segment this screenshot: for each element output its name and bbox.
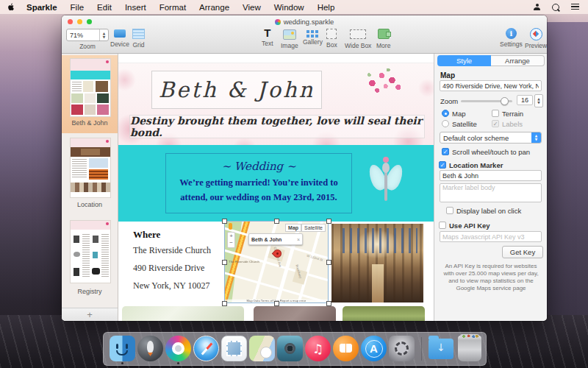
wedding-text-box[interactable]: ~ Wedding ~ We’re getting married! You’r… [165,153,352,213]
menu-item-sparkle[interactable]: Sparkle [20,3,64,12]
flower-bouquet-image[interactable] [365,66,403,97]
color-scheme-dropdown[interactable]: Default color scheme ▲▼ [440,132,542,144]
google-map-element[interactable]: Claremont Ave Broadway W 122nd St The Ri… [225,222,328,302]
map-pegman-icon[interactable] [229,223,232,230]
map-address-field[interactable] [440,80,542,91]
image-tool[interactable]: Image [281,29,298,49]
dock-icon-maps[interactable] [249,336,275,361]
dock-icon-launchpad[interactable] [137,336,163,361]
wedding-line1: We’re getting married! You’re invited to [166,177,351,188]
zoom-stepper-icon[interactable]: ▲▼ [99,29,108,40]
cutlery-angel-image[interactable] [370,157,402,208]
menu-item-arrange[interactable]: Arrange [193,3,236,12]
page-thumbnail-registry[interactable] [70,220,111,283]
where-text-box[interactable]: Where The Riverside Church 490 Riverside… [133,229,220,294]
map-info-close-icon[interactable]: × [297,237,300,242]
gallery-image-1[interactable] [122,306,244,321]
map-zoom-value-field[interactable]: 16 [517,95,533,105]
wedding-line2: attend, our wedding on May 23rd, 2015. [166,192,351,203]
apple-menu-icon[interactable] [7,3,15,11]
church-photo[interactable] [331,224,423,302]
selection-handle[interactable] [274,219,279,224]
menu-item-format[interactable]: Format [153,3,193,12]
wide-box-tool[interactable]: Wide Box [345,29,371,49]
radio-map[interactable] [442,110,449,117]
selection-handle[interactable] [222,301,227,306]
running-indicator-finder [121,362,123,364]
dock-icon-finder[interactable] [110,336,135,361]
dock-icon-app-store[interactable]: A [361,336,387,361]
gallery-image-3[interactable] [343,306,425,321]
tab-arrange[interactable]: Arrange [491,55,545,66]
checkbox-location-marker[interactable]: ✓ [439,161,446,169]
box-tool[interactable]: Box [326,29,337,49]
settings-button[interactable]: i Settings [500,28,523,48]
more-tool[interactable]: More [376,29,390,49]
radio-satellite[interactable] [442,120,449,127]
dock-icon-system-preferences[interactable] [389,336,415,361]
dock-icon-itunes[interactable]: ♫ [305,336,331,361]
checkbox-scroll-pan[interactable]: ✓ [442,148,449,155]
menu-item-file[interactable]: File [64,3,91,12]
page-label-registry[interactable]: Registry [62,288,118,295]
get-key-button[interactable]: Get Key [502,246,543,258]
menu-item-edit[interactable]: Edit [90,3,118,12]
selection-handle[interactable] [326,260,331,265]
grid-tool[interactable]: Grid [132,29,145,49]
map-type-satellite-button[interactable]: Satellite [301,224,326,232]
menu-item-window[interactable]: Window [268,3,311,12]
device-tool[interactable]: Device [110,29,129,48]
dock-icon-photo-booth[interactable] [277,336,303,361]
page-label-location[interactable]: Location [62,201,118,208]
page-thumbnail-beth-john[interactable] [70,58,111,117]
selection-handle[interactable] [326,219,331,224]
map-type-map-button[interactable]: Map [285,224,301,232]
selection-handle[interactable] [326,301,331,306]
tab-style[interactable]: Style [437,55,491,66]
dock-icon-sparkle[interactable] [165,336,191,361]
sparkle-window: wedding.sparkle 71% ▲▼ Zoom Device Grid … [62,15,547,321]
selection-handle[interactable] [274,301,279,306]
page-label-beth-john[interactable]: Beth & John [62,119,118,127]
map-info-window[interactable]: Beth & John × [248,233,303,245]
map-zoom-stepper[interactable]: ▲▼ [534,94,543,107]
dock-icon-ibooks[interactable] [333,336,359,361]
preview-button[interactable]: Preview [525,28,547,49]
notification-center-icon[interactable] [571,4,579,10]
map-zoom-in[interactable]: + [228,233,234,239]
menu-item-insert[interactable]: Insert [118,3,153,12]
marker-body-field[interactable] [440,183,542,202]
fast-user-switch-icon[interactable] [534,4,540,10]
canvas-zoom-select[interactable]: 71% ▲▼ [66,29,109,41]
menu-item-help[interactable]: Help [311,3,342,12]
checkbox-labels[interactable]: ✓ [492,120,499,127]
menu-item-view[interactable]: View [236,3,268,12]
dock-icon-mail[interactable] [221,336,247,361]
hero-title-box[interactable]: Beth & John [151,71,322,109]
device-icon [114,29,126,38]
gallery-image-2[interactable] [254,306,336,321]
tagline-text-box[interactable]: Destiny brought them together, love will… [129,115,425,138]
map-zoom-out[interactable]: − [228,239,234,246]
box-tool-label: Box [326,41,337,49]
map-zoom-control[interactable]: + − [227,232,235,248]
checkbox-use-api-key-label: Use API Key [449,222,490,230]
dock-icon-trash[interactable] [458,336,481,361]
text-tool[interactable]: T Text [262,28,273,47]
wedding-heading: ~ Wedding ~ [166,160,351,173]
selection-handle[interactable] [222,260,227,265]
dock-icon-downloads[interactable]: ↓ [429,339,453,359]
api-key-field[interactable] [440,231,542,242]
add-page-button[interactable]: + [62,308,118,321]
gallery-tool[interactable]: Gallery [303,29,323,46]
checkbox-use-api-key[interactable] [439,222,446,229]
text-tool-icon: T [264,28,270,38]
selection-handle[interactable] [222,219,227,224]
map-zoom-slider-thumb[interactable] [501,97,509,105]
spotlight-search-icon[interactable] [552,4,559,11]
checkbox-terrain[interactable] [492,110,499,117]
page-thumbnail-location[interactable] [70,138,111,198]
checkbox-display-label[interactable] [446,207,453,214]
marker-title-field[interactable] [440,170,542,181]
dock-icon-safari[interactable] [193,336,219,361]
